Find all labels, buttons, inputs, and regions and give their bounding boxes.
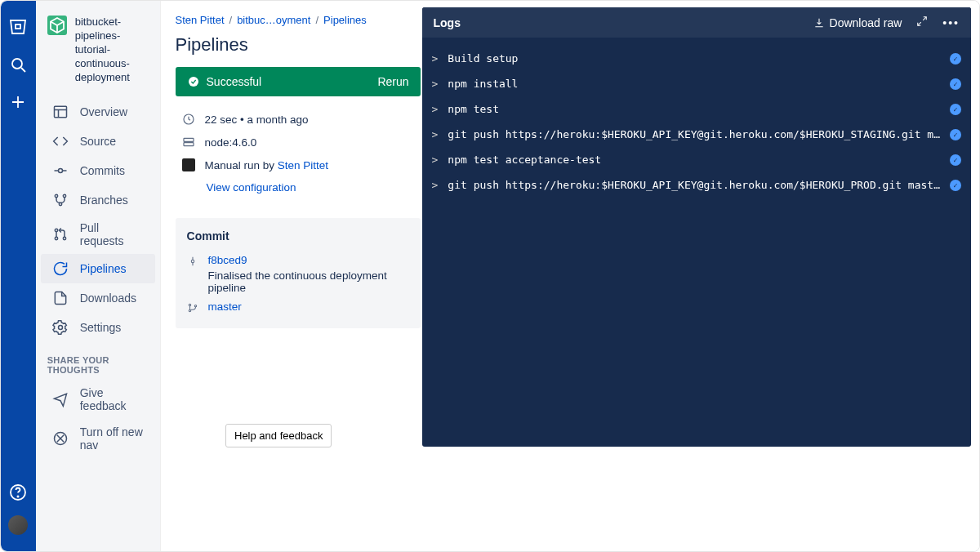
sidebar-item-feedback[interactable]: Give feedback — [41, 380, 155, 419]
user-avatar[interactable] — [8, 515, 28, 535]
step-success-icon: ✓ — [950, 154, 961, 166]
meta-image: node:4.6.0 — [205, 136, 257, 149]
server-icon — [182, 136, 195, 149]
bitbucket-logo-icon[interactable] — [8, 17, 28, 37]
svg-point-31 — [189, 309, 190, 311]
chevron-right-icon: > — [432, 103, 439, 115]
log-text: npm test — [448, 103, 940, 115]
help-icon[interactable] — [8, 483, 28, 502]
sidebar-item-overview[interactable]: Overview — [41, 97, 155, 127]
sidebar-group-title: SHARE YOUR THOUGHTS — [36, 342, 160, 380]
status-bar: Successful Rerun — [176, 67, 421, 96]
rerun-button[interactable]: Rerun — [377, 75, 408, 88]
svg-point-1 — [12, 59, 22, 69]
step-success-icon: ✓ — [950, 53, 961, 65]
svg-point-32 — [194, 305, 196, 307]
commit-title: Commit — [187, 229, 409, 243]
expand-icon[interactable] — [916, 16, 928, 29]
sidebar-label: Commits — [80, 164, 125, 177]
chevron-right-icon: > — [432, 179, 439, 191]
svg-rect-26 — [184, 143, 194, 146]
sidebar-label: Give feedback — [80, 386, 144, 412]
svg-line-34 — [918, 22, 921, 25]
chevron-right-icon: > — [432, 154, 439, 166]
svg-point-16 — [55, 229, 57, 232]
meta-user-link[interactable]: Sten Pittet — [278, 159, 328, 171]
sidebar-item-pipelines[interactable]: Pipelines — [41, 254, 155, 283]
svg-point-17 — [55, 238, 57, 240]
download-icon — [813, 17, 825, 29]
commit-card: Commit f8bced9Finalised the continuous d… — [176, 218, 421, 328]
sidebar-label: Settings — [80, 321, 122, 334]
sidebar-label: Pull requests — [80, 221, 144, 247]
svg-line-33 — [923, 17, 926, 20]
commit-hash-link[interactable]: f8bced9 — [208, 254, 247, 266]
logs-panel: Logs Download raw ••• >Build setup✓>npm … — [422, 7, 971, 447]
branch-icon — [187, 302, 198, 314]
sidebar-item-commits[interactable]: Commits — [41, 156, 155, 185]
user-avatar-icon — [182, 158, 195, 171]
download-raw-button[interactable]: Download raw — [813, 16, 902, 29]
chevron-right-icon: > — [432, 78, 439, 90]
sidebar-label: Source — [80, 135, 116, 148]
log-line[interactable]: >npm test acceptance-test✓ — [432, 147, 961, 172]
project-name: bitbucket-pipelines-tutorial-continuous-… — [75, 16, 149, 84]
step-success-icon: ✓ — [950, 180, 961, 191]
project-logo-icon — [47, 16, 67, 35]
meta-run-prefix: Manual run by — [205, 159, 278, 171]
log-line[interactable]: >Build setup✓ — [432, 46, 961, 71]
page-title: Pipelines — [176, 34, 422, 56]
sidebar-item-turnoff[interactable]: Turn off new nav — [41, 419, 155, 458]
sidebar-label: Downloads — [80, 292, 136, 305]
log-text: Build setup — [448, 52, 940, 65]
chevron-right-icon: > — [432, 128, 439, 140]
log-text: git push https://heroku:$HEROKU_API_KEY@… — [448, 179, 940, 191]
view-configuration-link[interactable]: View configuration — [207, 181, 296, 194]
meta-time: 22 sec • a month ago — [205, 114, 309, 126]
svg-point-10 — [58, 169, 62, 173]
sidebar-label: Branches — [80, 194, 128, 207]
plus-icon[interactable] — [8, 92, 28, 112]
sidebar-label: Turn off new nav — [80, 425, 144, 452]
svg-point-13 — [55, 195, 57, 198]
help-feedback-button[interactable]: Help and feedback — [225, 424, 332, 447]
log-line[interactable]: >npm install✓ — [432, 71, 961, 96]
sidebar: bitbucket-pipelines-tutorial-continuous-… — [36, 1, 161, 551]
svg-point-30 — [189, 304, 190, 305]
svg-line-2 — [21, 68, 25, 72]
global-nav-rail — [1, 1, 36, 551]
log-text: npm test acceptance-test — [448, 154, 940, 166]
sidebar-item-settings[interactable]: Settings — [41, 313, 155, 342]
step-success-icon: ✓ — [950, 104, 961, 115]
svg-rect-0 — [16, 24, 20, 29]
commit-message: Finalised the continuous deployment pipe… — [208, 269, 409, 294]
svg-rect-25 — [184, 138, 194, 141]
breadcrumb-link[interactable]: Sten Pittet — [176, 14, 225, 26]
sidebar-label: Pipelines — [80, 262, 127, 275]
log-text: npm install — [448, 78, 940, 90]
svg-point-23 — [189, 77, 198, 87]
status-label: Successful — [207, 75, 262, 88]
log-text: git push https://heroku:$HEROKU_API_KEY@… — [448, 128, 940, 140]
sidebar-item-pull-requests[interactable]: Pull requests — [41, 215, 155, 254]
commit-icon — [187, 256, 198, 267]
search-icon[interactable] — [8, 55, 28, 74]
chevron-right-icon: > — [432, 52, 439, 65]
sidebar-item-source[interactable]: Source — [41, 127, 155, 156]
logs-title: Logs — [434, 16, 461, 29]
breadcrumb: Sten Pittet/ bitbuc…oyment/ Pipelines — [176, 14, 422, 26]
svg-point-19 — [58, 326, 62, 330]
breadcrumb-link[interactable]: bitbuc…oyment — [237, 14, 310, 26]
log-line[interactable]: >npm test✓ — [432, 96, 961, 122]
svg-rect-7 — [54, 107, 66, 118]
sidebar-item-branches[interactable]: Branches — [41, 185, 155, 215]
breadcrumb-link[interactable]: Pipelines — [323, 14, 367, 26]
svg-point-14 — [63, 195, 65, 198]
branch-link[interactable]: master — [208, 300, 242, 313]
sidebar-item-downloads[interactable]: Downloads — [41, 283, 155, 313]
log-line[interactable]: >git push https://heroku:$HEROKU_API_KEY… — [432, 122, 961, 147]
more-icon[interactable]: ••• — [942, 16, 960, 29]
step-success-icon: ✓ — [950, 78, 961, 90]
step-success-icon: ✓ — [950, 129, 961, 140]
log-line[interactable]: >git push https://heroku:$HEROKU_API_KEY… — [432, 172, 961, 198]
